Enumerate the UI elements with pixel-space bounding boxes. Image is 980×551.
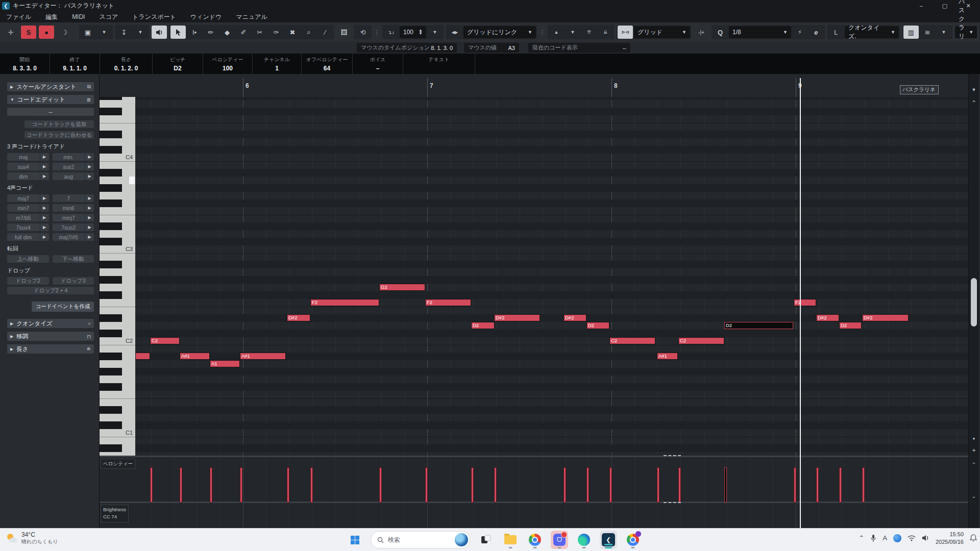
snap-icon[interactable]: ⊳⊲ (618, 26, 633, 39)
black-key[interactable] (100, 146, 122, 154)
black-key[interactable] (100, 261, 122, 268)
info-value[interactable]: D2 (153, 65, 203, 72)
seventh-7sus2-button[interactable]: 7sus2▶ (53, 223, 94, 231)
trim-tool-icon[interactable]: ✐ (236, 26, 251, 39)
inversion-上へ移動[interactable]: 上へ移動 (7, 255, 49, 263)
range-select-tool-icon[interactable]: I▪ (187, 26, 202, 39)
tray-app-icon[interactable] (893, 534, 901, 542)
seventh-maj7-button[interactable]: maj7▶ (7, 194, 49, 202)
notification-bell-icon[interactable] (970, 534, 977, 542)
info-value[interactable]: 8. 3. 3. 0 (0, 65, 50, 72)
midi-note-D#2[interactable]: D#2 (287, 314, 310, 321)
seventh-minj7-button[interactable]: minj7▶ (53, 214, 94, 221)
seventh-full dim-button[interactable]: full dim▶ (7, 233, 49, 241)
midi-note-F2[interactable]: F2 (425, 299, 471, 306)
toolbar-dots-icon[interactable]: ⋮ (374, 29, 380, 36)
nudge-0-icon[interactable]: ▲ (549, 26, 564, 39)
part-dropdown-icon[interactable]: ▼ (936, 26, 951, 39)
preset-dropdown-icon[interactable]: ▼ (96, 26, 112, 39)
acoustic-feedback-speaker-icon[interactable] (152, 26, 167, 39)
black-key[interactable] (100, 108, 122, 115)
velocity-bar[interactable] (150, 467, 153, 503)
volume-icon[interactable] (922, 535, 929, 541)
midi-note-A#1[interactable] (135, 353, 150, 360)
tray-overflow-chevron-icon[interactable]: ⌃ (859, 534, 864, 542)
black-key[interactable] (100, 368, 122, 375)
mute-tool-icon[interactable]: ✖ (285, 26, 300, 39)
inversion-下へ移動[interactable]: 下へ移動 (53, 255, 94, 263)
velocity-bar[interactable] (425, 467, 428, 503)
drop-2-4-button[interactable]: ドロップ2 + 4 (7, 287, 94, 294)
feedback-icon[interactable]: ☽ (57, 26, 72, 39)
chrome-button[interactable] (526, 531, 544, 549)
create-chord-event-button[interactable]: コードイベントを作成 (32, 302, 94, 312)
section-chord-edit[interactable]: ▼コードエディット ≣ (7, 95, 94, 104)
seventh-7sus4-button[interactable]: 7sus4▶ (7, 223, 49, 231)
draw-tool-icon[interactable]: ✏ (203, 26, 218, 39)
task-view-button[interactable] (477, 531, 495, 549)
erase-tool-icon[interactable]: ◆ (219, 26, 235, 39)
velocity-bar[interactable] (724, 467, 727, 503)
section-scale-assistant[interactable]: ▶スケールアシスタント ⧉ (7, 82, 94, 91)
black-key[interactable] (100, 421, 122, 429)
length-quantize-label[interactable]: クオンタイズ. (848, 23, 887, 41)
ime-mode-icon[interactable]: A (883, 534, 887, 542)
info-value[interactable]: 1 (253, 65, 301, 72)
velocity-bar[interactable] (657, 467, 659, 503)
velocity-bar[interactable] (471, 467, 474, 503)
weather-widget[interactable]: 34°C 晴れのちくもり (5, 531, 58, 545)
show-part-borders-icon[interactable]: ▥ (903, 26, 919, 39)
nudge-1-icon[interactable]: ▼ (565, 26, 580, 39)
triad-sus2-button[interactable]: sus2▶ (53, 163, 94, 170)
velocity-bar[interactable] (794, 467, 796, 503)
piano-keyboard[interactable]: C4C3C2C1 (100, 97, 136, 456)
part-list-dropdown-icon[interactable]: ▼ (970, 87, 978, 92)
midi-note-G2[interactable]: G2 (379, 284, 425, 291)
maximize-button[interactable]: ▢ (933, 0, 957, 11)
info-value[interactable]: 64 (302, 65, 352, 72)
menu-スコア[interactable]: スコア (99, 13, 118, 21)
quantize-preset-label[interactable]: 1/8 (732, 29, 741, 36)
menu-編集[interactable]: 編集 (45, 13, 58, 21)
seventh-maj7/#5-button[interactable]: maj7/#5▶ (53, 233, 94, 241)
zoom-tool-icon[interactable]: ⌕ (301, 26, 316, 39)
triad-aug-button[interactable]: aug▶ (53, 172, 94, 180)
info-value[interactable]: – (353, 65, 403, 72)
velocity-bar[interactable] (586, 467, 589, 503)
search-highlight-globe[interactable] (455, 533, 468, 546)
midi-note-D#2[interactable]: D#2 (494, 314, 540, 321)
black-key[interactable] (100, 169, 122, 177)
match-chord-track-button[interactable]: コードトラックに合わせる (24, 131, 94, 139)
lane-scroll-down-icon[interactable]: ⌄ (970, 493, 978, 499)
black-key[interactable] (100, 314, 122, 322)
midi-note-F2[interactable]: F2 (310, 299, 379, 306)
triad-min.-button[interactable]: min.▶ (53, 153, 94, 161)
black-key[interactable] (100, 444, 122, 452)
velocity-bar[interactable] (609, 467, 612, 503)
nudge-2-icon[interactable]: ⇈ (581, 26, 597, 39)
add-chord-track-button[interactable]: コードトラックを追加 (24, 120, 94, 128)
midi-note-D2[interactable]: D2 (471, 322, 495, 329)
minimize-button[interactable]: – (910, 0, 933, 11)
scrollbar-thumb[interactable] (971, 278, 977, 327)
cc-lane-top-divider[interactable] (100, 502, 979, 503)
drop-ドロップ2[interactable]: ドロップ2 (7, 277, 49, 285)
pin-icon[interactable]: ✛ (3, 26, 18, 39)
menu-ファイル[interactable]: ファイル (6, 13, 31, 21)
edit-active-part-icon[interactable]: ≋ (920, 26, 935, 39)
midi-note-F2[interactable]: F2 (794, 299, 816, 306)
velocity-bar[interactable] (287, 467, 289, 503)
menu-MIDI[interactable]: MIDI (72, 13, 85, 20)
black-key[interactable] (100, 330, 122, 337)
seventh-min6-button[interactable]: min6▶ (53, 204, 94, 212)
velocity-bar[interactable] (862, 467, 865, 503)
link-grid-label[interactable]: グリッドにリンク (467, 28, 517, 37)
midi-note-A#1[interactable]: A#1 (240, 353, 286, 360)
midi-note-D#2[interactable]: D#2 (862, 314, 909, 321)
black-key[interactable] (100, 276, 122, 284)
velocity-bar[interactable] (816, 467, 819, 503)
lane-scroll-up-icon[interactable]: ⌃ (970, 462, 978, 467)
velocity-bar[interactable] (678, 467, 681, 503)
triad-dim-button[interactable]: dim▶ (7, 172, 49, 180)
menu-マニュアル[interactable]: マニュアル (236, 13, 267, 21)
